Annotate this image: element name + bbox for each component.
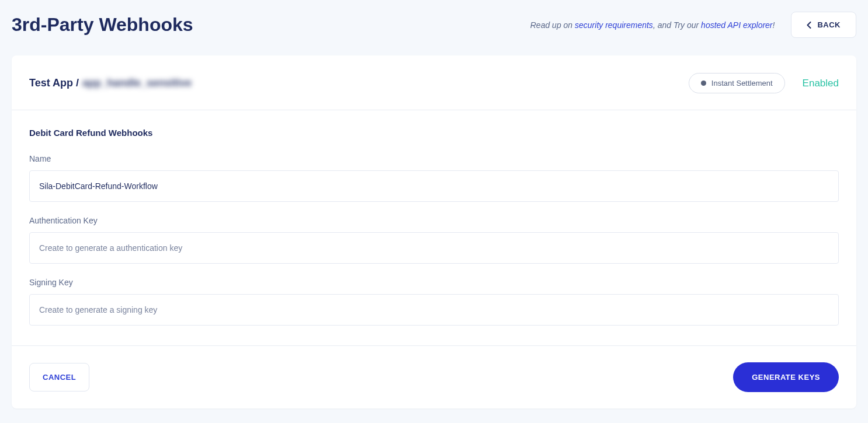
name-label: Name [29,154,839,163]
badge-label: Instant Settlement [711,79,773,88]
name-input[interactable] [29,170,839,202]
auth-key-input[interactable] [29,232,839,264]
section-title: Debit Card Refund Webhooks [29,128,839,138]
status-enabled-label: Enabled [803,78,839,89]
chevron-left-icon [807,22,811,29]
webhook-card: Test App / app_handle_sensitive Instant … [12,55,856,408]
header-right: Read up on security requirements, and Tr… [530,12,856,38]
security-requirements-link[interactable]: security requirements [575,20,653,30]
auth-key-label: Authentication Key [29,216,839,225]
breadcrumb-app: Test App / [29,77,79,89]
card-header: Test App / app_handle_sensitive Instant … [12,55,856,110]
breadcrumb-detail-redacted: app_handle_sensitive [82,77,192,89]
signing-key-label: Signing Key [29,278,839,287]
form-group-signing-key: Signing Key [29,278,839,326]
back-button[interactable]: BACK [791,12,856,38]
header-info-text: Read up on security requirements, and Tr… [530,20,775,30]
instant-settlement-badge[interactable]: Instant Settlement [689,73,785,93]
signing-key-input[interactable] [29,294,839,326]
card-body: Debit Card Refund Webhooks Name Authenti… [12,110,856,346]
form-group-auth-key: Authentication Key [29,216,839,264]
page-title: 3rd-Party Webhooks [12,14,193,36]
back-button-label: BACK [817,20,841,29]
hosted-api-explorer-link[interactable]: hosted API explorer [701,20,772,30]
status-dot-icon [701,81,706,86]
breadcrumb: Test App / app_handle_sensitive [29,77,192,89]
card-footer: CANCEL GENERATE KEYS [12,346,856,408]
cancel-button[interactable]: CANCEL [29,363,89,391]
card-header-right: Instant Settlement Enabled [689,73,839,93]
form-group-name: Name [29,154,839,202]
page-header: 3rd-Party Webhooks Read up on security r… [12,12,856,38]
generate-keys-button[interactable]: GENERATE KEYS [733,362,839,392]
